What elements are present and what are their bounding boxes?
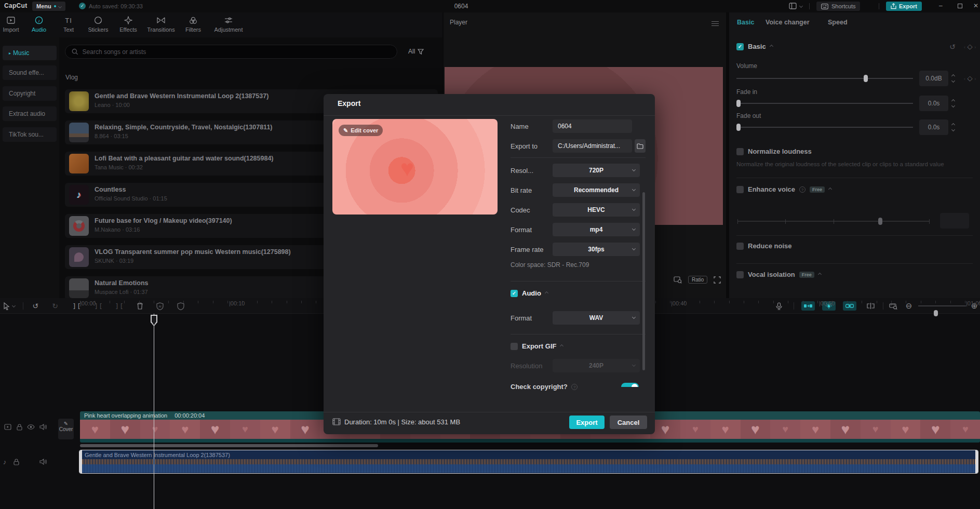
- sidebar-item-sound-effects[interactable]: Sound effe...: [3, 65, 57, 80]
- codec-dropdown[interactable]: HEVC: [553, 203, 640, 217]
- timeline-zoom-slider[interactable]: [918, 305, 966, 306]
- volume-slider-thumb[interactable]: [864, 75, 868, 82]
- mute-track-icon[interactable]: [38, 422, 48, 432]
- section-header: Vlog: [65, 74, 78, 81]
- layout-icon[interactable]: [789, 3, 797, 9]
- close-button[interactable]: ✕: [973, 2, 978, 9]
- sidebar-item-copyright[interactable]: Copyright: [3, 86, 57, 101]
- minimize-button[interactable]: –: [939, 2, 943, 9]
- divider: [324, 412, 655, 412]
- name-input[interactable]: [553, 119, 632, 133]
- tab-transitions[interactable]: Transitions: [144, 16, 178, 33]
- fullscreen-icon[interactable]: [714, 276, 721, 284]
- tab-stickers[interactable]: Stickers: [82, 16, 115, 33]
- reset-icon[interactable]: ↺: [949, 43, 956, 51]
- sidebar-item-tiktok-sounds[interactable]: TikTok sou...: [3, 127, 57, 142]
- export-confirm-button[interactable]: Export: [569, 416, 605, 429]
- fade-in-slider-thumb[interactable]: [736, 100, 741, 107]
- framerate-dropdown[interactable]: 30fps: [553, 243, 640, 256]
- playhead[interactable]: [154, 314, 154, 509]
- chevron-down-icon: [632, 363, 636, 367]
- tab-effects[interactable]: Effects: [112, 16, 145, 33]
- audio-checkbox[interactable]: ✓: [511, 290, 518, 297]
- audio-clip[interactable]: Gentle and Brave Western Instrumental Lo…: [79, 450, 978, 474]
- search-bar[interactable]: [65, 45, 397, 59]
- bitrate-dropdown[interactable]: Recommended: [553, 183, 640, 197]
- collapse-icon[interactable]: [828, 187, 832, 191]
- volume-value[interactable]: 0.0dB: [919, 71, 948, 86]
- tab-basic[interactable]: Basic: [737, 19, 754, 26]
- fade-in-slider[interactable]: [736, 103, 913, 104]
- fade-out-slider-thumb[interactable]: [736, 124, 741, 131]
- eye-icon[interactable]: [26, 422, 35, 432]
- lock-icon[interactable]: [15, 422, 24, 432]
- collapse-icon[interactable]: [560, 344, 563, 348]
- maximize-button[interactable]: [958, 4, 962, 8]
- redo-icon[interactable]: ↻: [50, 301, 60, 311]
- resolution-dropdown[interactable]: 720P: [553, 164, 640, 177]
- export-gif-checkbox[interactable]: [511, 343, 518, 350]
- keyframe-icon[interactable]: ‹ ◇ ›: [964, 43, 976, 50]
- autosave-status: ✓ Auto saved: 09:30:33: [79, 3, 143, 9]
- tab-speed[interactable]: Speed: [828, 19, 848, 26]
- reduce-noise-checkbox[interactable]: [736, 243, 744, 250]
- player-menu-icon[interactable]: [711, 20, 719, 28]
- cover-button-label: Cover: [58, 426, 74, 432]
- filter-all[interactable]: All: [408, 48, 424, 55]
- ratio-button[interactable]: Ratio: [688, 276, 707, 284]
- basic-section-header: ✓ Basic: [736, 43, 773, 50]
- enhance-voice-checkbox[interactable]: [736, 186, 744, 193]
- collapse-icon[interactable]: [818, 273, 822, 276]
- filter-icon: [418, 49, 424, 55]
- effects-icon: [112, 16, 145, 25]
- tab-filters[interactable]: Filters: [177, 16, 210, 33]
- export-button-top[interactable]: Export: [886, 2, 922, 11]
- volume-keyframe-icon[interactable]: ‹ ◇ ›: [964, 74, 976, 82]
- tab-audio[interactable]: ♪ Audio: [22, 16, 56, 33]
- tab-adjustment[interactable]: Adjustment: [212, 16, 245, 33]
- collapse-icon[interactable]: [770, 45, 773, 48]
- fade-in-value[interactable]: 0.0s: [919, 96, 948, 111]
- search-input[interactable]: [83, 48, 391, 56]
- format-dropdown[interactable]: mp4: [553, 223, 640, 236]
- edit-cover-button[interactable]: ✎ Edit cover: [339, 125, 383, 136]
- tab-text[interactable]: TI Text: [52, 16, 85, 33]
- fade-in-stepper[interactable]: [949, 96, 957, 111]
- menu-button[interactable]: Menu: [32, 2, 65, 11]
- cover-button[interactable]: ✎ Cover: [58, 419, 74, 439]
- dialog-scrollbar[interactable]: [642, 192, 645, 370]
- volume-stepper[interactable]: [949, 71, 957, 86]
- lock-icon[interactable]: [11, 457, 21, 466]
- mute-track-icon[interactable]: [38, 457, 48, 466]
- timeline-zoom-thumb[interactable]: [934, 310, 938, 316]
- shortcuts-button[interactable]: Shortcuts: [816, 2, 860, 11]
- fade-out-stepper[interactable]: [949, 119, 957, 135]
- normalize-checkbox[interactable]: [736, 148, 744, 155]
- collapse-icon[interactable]: [545, 291, 548, 295]
- cancel-button[interactable]: Cancel: [610, 416, 647, 429]
- chevron-down-icon[interactable]: [799, 4, 803, 8]
- select-cursor-icon[interactable]: [1, 301, 11, 311]
- chevron-down-icon: [58, 4, 62, 8]
- help-icon: ?: [571, 384, 578, 390]
- divider: [511, 281, 646, 282]
- volume-slider[interactable]: [736, 78, 913, 79]
- chevron-down-icon: [632, 315, 636, 319]
- vocal-isolation-checkbox[interactable]: [736, 271, 744, 278]
- undo-icon[interactable]: ↺: [30, 301, 41, 311]
- sidebar-item-music[interactable]: ▸Music: [3, 46, 57, 60]
- fade-out-slider[interactable]: [736, 127, 913, 128]
- music-thumbnail-tiktok-note-icon: ♪: [69, 185, 89, 205]
- fade-out-value[interactable]: 0.0s: [919, 119, 948, 135]
- tab-voice-changer[interactable]: Voice changer: [766, 19, 810, 26]
- audio-format-dropdown[interactable]: WAV: [553, 311, 640, 325]
- divider: [736, 235, 973, 236]
- basic-checkbox[interactable]: ✓: [736, 43, 744, 50]
- browse-folder-button[interactable]: [635, 139, 646, 153]
- audio-section-header: ✓ Audio: [511, 289, 548, 297]
- export-path-input[interactable]: [553, 139, 632, 153]
- horizontal-scrollbar[interactable]: [80, 444, 378, 447]
- sidebar-item-extract-audio[interactable]: Extract audio: [3, 106, 57, 121]
- zoom-fit-icon[interactable]: [674, 276, 682, 284]
- cursor-options-chevron-icon[interactable]: [12, 304, 16, 307]
